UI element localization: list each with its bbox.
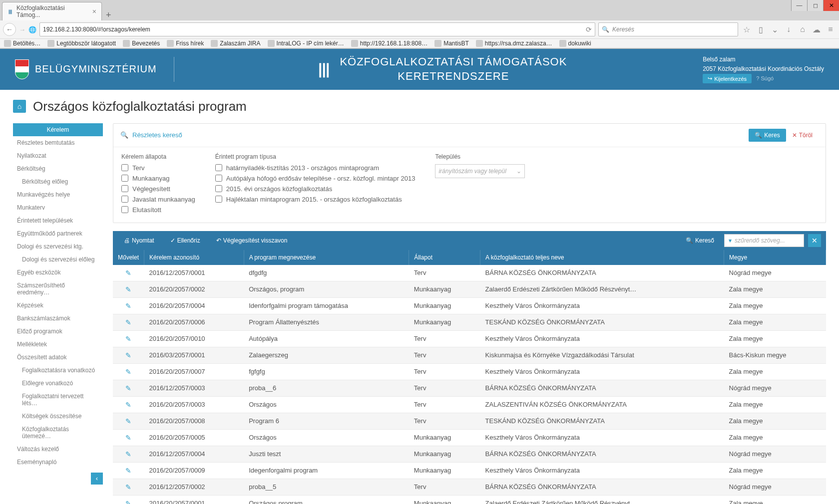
table-header[interactable]: Állapot [409,250,480,265]
edit-icon[interactable]: ✎ [125,467,131,475]
bookmark-item[interactable]: MantisBT [434,40,469,47]
table-search-button[interactable]: 🔍 Kereső [680,234,720,247]
close-icon[interactable]: × [92,8,96,15]
bookmark-item[interactable]: IntraLOG - IP cím lekér… [268,40,344,47]
settlement-dropdown[interactable]: irányítószám vagy települ ⌄ [435,164,525,178]
sidebar-item[interactable]: Részletes bemtutatás [13,136,103,149]
sidebar-item[interactable]: Érintetett települések [13,214,103,227]
table-filter-input[interactable]: ▾ szűrendő szöveg... [724,234,804,247]
checkbox-input[interactable] [215,164,222,171]
sidebar-item[interactable]: Foglalkoztatni tervezett léts… [13,390,103,410]
program-checkbox[interactable]: Autópálya hófogó erdősáv telepítése - or… [215,175,416,182]
check-button[interactable]: ✓ Ellenőriz [164,234,206,247]
forward-button[interactable]: → [19,26,25,33]
sidebar-item[interactable]: Nyilatkozat [13,149,103,162]
program-checkbox[interactable]: Hajléktalan mintaprogram 2015. - országo… [215,196,416,203]
bookmark-item[interactable]: Bevezetés [123,40,160,47]
sidebar-item[interactable]: Egyéb eszközök [13,266,103,279]
edit-icon[interactable]: ✎ [125,401,131,409]
sidebar-item[interactable]: Költségek összesítése [13,410,103,423]
edit-icon[interactable]: ✎ [125,335,131,343]
checkbox-input[interactable] [121,164,128,171]
browser-tab[interactable]: ⫼ Közfoglalkoztatási Támog... × [2,2,102,20]
sidebar-collapse-button[interactable]: ‹ [91,473,103,485]
print-button[interactable]: 🖨 Nyomtat [118,234,160,247]
sidebar-item[interactable]: Előlegre vonatkozó [13,377,103,390]
menu-icon[interactable]: ≡ [825,24,836,35]
table-header[interactable]: Művelet [113,250,144,265]
checkbox-input[interactable] [215,185,222,192]
sidebar-item[interactable]: Összesített adatok [13,351,103,364]
sidebar-item[interactable]: Munkaterv [13,201,103,214]
edit-icon[interactable]: ✎ [125,500,131,504]
sidebar-item[interactable]: Munkavégzés helye [13,188,103,201]
status-checkbox[interactable]: Munkaanyag [121,175,195,182]
sidebar-item[interactable]: Számszerűsíthető eredmény… [13,279,103,299]
sidebar-item[interactable]: Változás kezelő [13,443,103,456]
status-checkbox[interactable]: Terv [121,164,195,172]
search-button[interactable]: 🔍 Keres [749,129,786,142]
sidebar-item[interactable]: Bankszámlaszámok [13,312,103,325]
download-icon[interactable]: ↓ [783,24,794,35]
new-tab-button[interactable]: + [102,10,115,20]
refresh-icon[interactable]: ⟳ [583,25,592,33]
bookmark-item[interactable]: https://rsa.dmz.zalasza… [476,40,552,47]
star-icon[interactable]: ☆ [741,24,752,35]
search-expand-toggle[interactable]: 🔍 Részletes kereső [120,131,749,139]
edit-icon[interactable]: ✎ [125,269,131,277]
sidebar-item[interactable]: Képzések [13,299,103,312]
bookmark-item[interactable]: Legtöbbször látogatott [47,40,116,47]
checkbox-input[interactable] [121,175,128,182]
sidebar-item[interactable]: Eseménynapló [13,456,103,469]
logout-button[interactable]: ↪ Kijelentkezés [703,74,752,83]
table-header[interactable]: Kérelem azonosító [144,250,244,265]
back-button[interactable]: ← [3,23,16,36]
window-maximize-button[interactable]: ◻ [807,0,823,11]
help-link[interactable]: ? Súgó [756,75,774,81]
edit-icon[interactable]: ✎ [125,450,131,458]
table-header[interactable]: A közfoglalkoztató teljes neve [480,250,724,265]
filter-clear-button[interactable]: ✕ [808,234,821,247]
bookmarks-icon[interactable]: ▯ [755,24,766,35]
table-header[interactable]: Megye [724,250,826,265]
sidebar-item[interactable]: Kérelem [13,123,103,136]
bookmark-item[interactable]: dokuwiki [559,40,591,47]
sidebar-item[interactable]: Előző programok [13,325,103,338]
pocket-icon[interactable]: ⌄ [769,24,780,35]
edit-icon[interactable]: ✎ [125,483,131,491]
bookmark-item[interactable]: Friss hírek [167,40,204,47]
edit-icon[interactable]: ✎ [125,417,131,425]
checkbox-input[interactable] [215,196,222,203]
sidebar-item[interactable]: Együttműködő partnerek [13,227,103,240]
checkbox-input[interactable] [121,206,128,213]
bookmark-item[interactable]: http://192.168.1.18:808… [351,40,427,47]
edit-icon[interactable]: ✎ [125,368,131,376]
home-button[interactable]: ⌂ [13,100,26,113]
clear-button[interactable]: ✕ Töröl [786,129,819,142]
checkbox-input[interactable] [121,196,128,203]
bookmark-item[interactable]: Zalaszám JIRA [211,40,260,47]
browser-search[interactable]: 🔍 Keresés [598,22,738,36]
checkbox-input[interactable] [215,175,222,182]
edit-icon[interactable]: ✎ [125,351,131,359]
home-icon[interactable]: ⌂ [797,24,808,35]
edit-icon[interactable]: ✎ [125,434,131,442]
sidebar-item[interactable]: Dologi és szervezési ktg. [13,240,103,253]
sidebar-item[interactable]: Közfoglalkoztatás ütemezé… [13,423,103,443]
edit-icon[interactable]: ✎ [125,384,131,392]
status-checkbox[interactable]: Javaslat munkaanyag [121,196,195,203]
status-checkbox[interactable]: Elutasított [121,206,195,214]
status-checkbox[interactable]: Véglegesített [121,185,195,193]
url-bar[interactable]: 192.168.2.130:8080/#!orszagos/kerelem ⟳ [39,22,595,36]
sidebar-item[interactable]: Bérköltség [13,162,103,175]
window-minimize-button[interactable]: — [791,0,807,11]
sidebar-item[interactable]: Mellékletek [13,338,103,351]
edit-icon[interactable]: ✎ [125,285,131,293]
program-checkbox[interactable]: 2015. évi országos közfoglalkoztatás [215,185,416,193]
window-close-button[interactable]: ✕ [823,0,839,11]
sidebar-item[interactable]: Foglalkoztatásra vonatkozó [13,364,103,377]
sidebar-item[interactable]: Bérköltség előleg [13,175,103,188]
edit-icon[interactable]: ✎ [125,318,131,326]
table-header[interactable]: A program megnevezése [244,250,409,265]
revoke-button[interactable]: ↶ Véglegesítést visszavon [210,234,294,247]
